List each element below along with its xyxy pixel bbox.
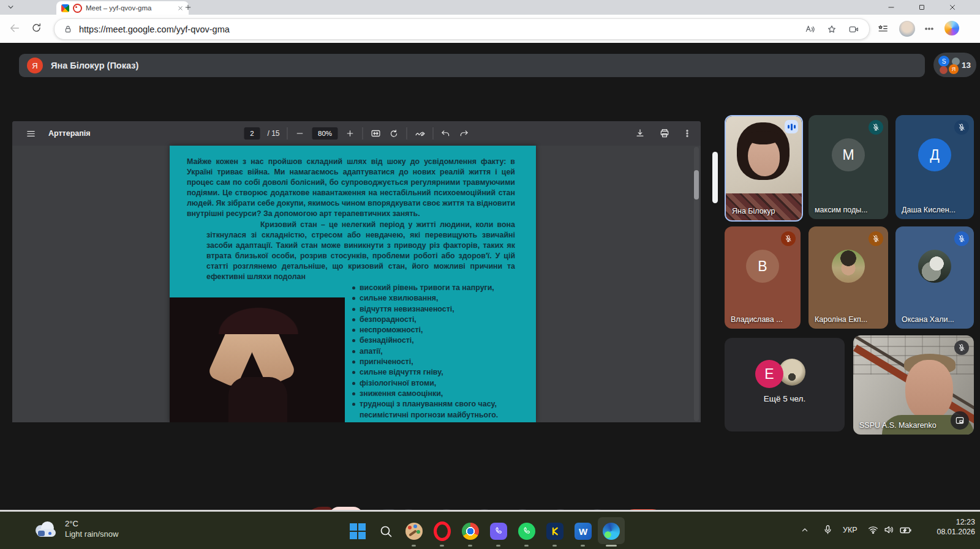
download-icon[interactable] bbox=[635, 128, 646, 139]
mini-avatar: Я bbox=[949, 64, 959, 74]
tiles-scrollbar-thumb[interactable] bbox=[712, 152, 718, 203]
battery-icon[interactable] bbox=[899, 524, 912, 537]
bullet-item: зниження самооцінки, bbox=[360, 389, 443, 399]
zoom-out-icon[interactable] bbox=[295, 129, 305, 138]
new-tab-button[interactable] bbox=[184, 3, 192, 12]
slide-bullet-list: високий рівень тривоги та напруги, сильн… bbox=[352, 283, 527, 420]
pdf-more-icon[interactable] bbox=[682, 129, 692, 138]
favorite-star-icon[interactable] bbox=[826, 24, 837, 35]
running-indicator bbox=[468, 545, 472, 547]
back-button[interactable] bbox=[9, 22, 21, 34]
tab-close-icon[interactable] bbox=[177, 5, 184, 12]
slide-paragraph: Майже кожен з нас пройшов складний шлях … bbox=[187, 157, 515, 220]
meet-stage: Я Яна Білокур (Показ) S Я 13 Арттерапія … bbox=[0, 43, 980, 510]
weather-widget[interactable]: 2°C Light rain/snow bbox=[65, 519, 118, 539]
mic-muted-icon bbox=[954, 340, 969, 355]
pdf-page-input[interactable]: 2 bbox=[244, 127, 260, 140]
overflow-participants-tile[interactable]: E Ещё 5 чел. bbox=[725, 338, 845, 431]
pip-button[interactable] bbox=[951, 411, 969, 430]
tray-date: 08.01.2026 bbox=[916, 528, 975, 536]
draw-icon[interactable] bbox=[415, 128, 426, 139]
viber-icon[interactable] bbox=[486, 519, 511, 543]
bullet-item: відчуття невизначеності, bbox=[360, 304, 454, 315]
weather-desc: Light rain/snow bbox=[65, 529, 118, 539]
address-bar[interactable]: https://meet.google.com/yyf-qvov-gma bbox=[54, 18, 870, 40]
bullet-item: труднощі з плануванням свого часу, bbox=[360, 399, 497, 409]
paint-icon[interactable] bbox=[402, 519, 426, 543]
participant-tile-yana[interactable]: Яна Білокур bbox=[725, 115, 803, 222]
participants-count-pill[interactable]: S Я 13 bbox=[933, 53, 976, 77]
mic-muted-icon bbox=[954, 231, 969, 246]
chrome-icon[interactable] bbox=[458, 519, 483, 543]
running-indicator bbox=[581, 545, 585, 547]
participant-photo-avatar bbox=[832, 250, 865, 283]
running-indicator bbox=[440, 545, 444, 547]
participant-tile[interactable]: Оксана Хали... bbox=[895, 226, 974, 329]
participant-avatar: Д bbox=[918, 138, 951, 171]
presenter-label: Яна Білокур (Показ) bbox=[51, 61, 138, 70]
profile-avatar[interactable] bbox=[899, 21, 915, 37]
favorites-bar-icon[interactable] bbox=[877, 23, 889, 35]
print-icon[interactable] bbox=[659, 128, 670, 139]
overflow-avatar: E bbox=[755, 360, 783, 388]
volume-icon[interactable] bbox=[883, 524, 895, 536]
zoom-in-icon[interactable] bbox=[345, 129, 355, 138]
whatsapp-icon[interactable] bbox=[514, 519, 539, 543]
redo-icon[interactable] bbox=[459, 129, 469, 139]
pdf-page-total: / 15 bbox=[267, 129, 279, 138]
read-aloud-icon[interactable] bbox=[804, 24, 815, 35]
mic-muted-icon bbox=[869, 120, 883, 135]
browser-menu-icon[interactable] bbox=[924, 23, 935, 34]
tab-search-chevron-icon[interactable] bbox=[6, 2, 15, 12]
word-icon[interactable]: W bbox=[571, 519, 595, 543]
participant-tile[interactable]: В Владислава ... bbox=[725, 226, 801, 329]
pdf-menu-icon[interactable] bbox=[26, 129, 36, 139]
participant-tile[interactable]: Д Даша Кислен... bbox=[895, 115, 974, 219]
participant-avatar: М bbox=[832, 138, 865, 171]
participant-tile[interactable]: М максим поды... bbox=[809, 115, 888, 219]
window-minimize-button[interactable] bbox=[887, 3, 895, 12]
running-indicator bbox=[412, 545, 416, 547]
participant-name: максим поды... bbox=[815, 206, 868, 214]
windows-taskbar: 2°C Light rain/snow bbox=[0, 512, 980, 549]
edge-icon[interactable] bbox=[599, 519, 624, 543]
tray-mic-icon[interactable] bbox=[822, 524, 834, 536]
pdf-scrollbar-thumb[interactable] bbox=[694, 170, 699, 200]
window-maximize-button[interactable] bbox=[918, 3, 926, 12]
participant-avatar: В bbox=[746, 250, 779, 283]
tab-title: Meet – yyf-qvov-gma bbox=[86, 4, 173, 12]
mic-muted-icon bbox=[869, 231, 883, 246]
wifi-icon[interactable] bbox=[867, 524, 879, 536]
shared-pdf-viewer: Арттерапія 2 / 15 80% bbox=[12, 121, 701, 422]
browser-toolbar: https://meet.google.com/yyf-qvov-gma bbox=[0, 15, 980, 43]
overflow-label: Ещё 5 чел. bbox=[725, 394, 845, 403]
pdf-scrollbar[interactable] bbox=[694, 147, 699, 421]
participant-tile-sspu[interactable]: SSPU A.S. Makarenko bbox=[853, 335, 974, 435]
tray-chevron-up-icon[interactable] bbox=[800, 525, 810, 535]
participant-name: Яна Білокур bbox=[732, 207, 775, 215]
kyivstar-icon[interactable] bbox=[543, 519, 567, 543]
rotate-icon[interactable] bbox=[389, 129, 399, 139]
pdf-zoom-level: 80% bbox=[312, 127, 338, 140]
fit-to-width-icon[interactable] bbox=[371, 128, 382, 139]
tab-media-icon[interactable] bbox=[848, 24, 859, 35]
browser-tab-strip: Meet – yyf-qvov-gma bbox=[0, 0, 980, 15]
undo-icon[interactable] bbox=[441, 129, 451, 139]
recording-indicator-icon bbox=[73, 4, 82, 13]
speaking-indicator bbox=[785, 120, 798, 133]
start-button[interactable] bbox=[345, 519, 370, 543]
window-close-button[interactable] bbox=[948, 3, 957, 12]
tray-clock[interactable]: 12:23 08.01.2026 bbox=[916, 518, 975, 536]
refresh-button[interactable] bbox=[31, 22, 42, 34]
copilot-icon[interactable] bbox=[944, 21, 959, 35]
slide-paragraph: Кризовий стан – це нелегкий період у жит… bbox=[206, 220, 515, 283]
weather-icon[interactable] bbox=[36, 520, 59, 539]
language-indicator[interactable]: УКР bbox=[843, 526, 858, 534]
search-icon[interactable] bbox=[374, 519, 398, 543]
participant-tile[interactable]: Кароліна Екп... bbox=[809, 226, 888, 329]
opera-icon[interactable] bbox=[430, 519, 454, 543]
running-indicator bbox=[496, 545, 500, 547]
browser-tab[interactable]: Meet – yyf-qvov-gma bbox=[56, 1, 189, 15]
slide-photo bbox=[170, 297, 345, 422]
participant-photo-avatar bbox=[918, 250, 951, 283]
